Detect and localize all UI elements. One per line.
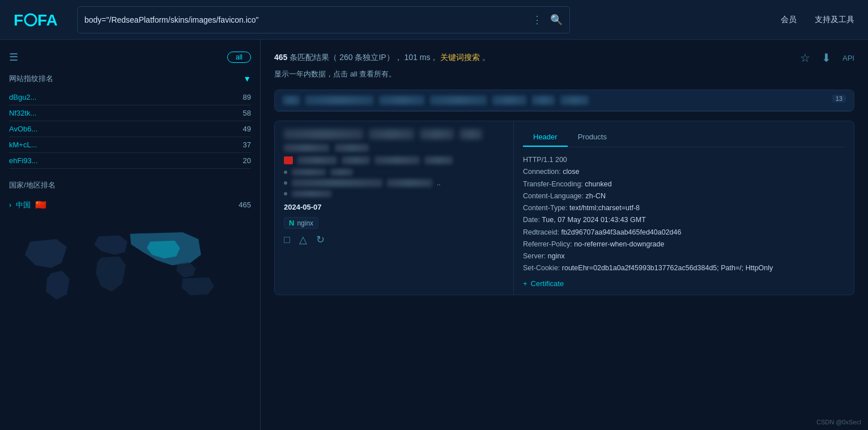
header-field: HTTP/1.1 200	[523, 154, 845, 166]
fingerprint-section-title: 网站指纹排名 ▼	[9, 74, 251, 84]
filter-icon[interactable]: ☰	[9, 51, 18, 63]
blurred-text-3	[430, 96, 487, 105]
svg-rect-3	[9, 226, 251, 310]
fingerprint-list-item[interactable]: kM+cL...37	[9, 137, 251, 153]
header-field: Referrer-Policy: no-referrer-when-downgr…	[523, 239, 845, 250]
result-card-1: 13	[274, 90, 854, 112]
country-section: 国家/地区排名 › 中国 🇨🇳 465	[9, 180, 251, 214]
tabs-row: Header Products	[523, 128, 845, 147]
nginx-tag: N nginx	[284, 217, 318, 229]
header-field: Set-Cookie: routeEhr=02db1a0a2f45993b137…	[523, 262, 845, 274]
country-count: 465	[239, 201, 251, 209]
results-header: 465 条匹配结果（ 260 条独立IP）， 101 ms， 关键词搜索 。 ☆…	[274, 51, 854, 65]
card-tags: N nginx	[284, 217, 504, 229]
refresh-icon[interactable]: ↻	[316, 233, 325, 246]
fingerprint-list-item[interactable]: ehFi93...20	[9, 153, 251, 169]
card-small-row-2	[284, 190, 504, 197]
blurred-small-1	[292, 169, 326, 176]
badge-13: 13	[832, 95, 846, 103]
result-top-bar: 13	[275, 90, 854, 111]
blurred-sub-2	[335, 144, 369, 152]
cube-icon[interactable]: △	[299, 233, 307, 246]
fingerprint-list: dBgu2...89Nf32tk...58AvOb6...49kM+cL...3…	[9, 90, 251, 169]
world-map	[9, 223, 251, 313]
all-link[interactable]: all	[350, 70, 358, 78]
header-field: Date: Tue, 07 May 2024 01:43:43 GMT	[523, 214, 845, 226]
blurred-title-3	[420, 129, 454, 139]
tab-header[interactable]: Header	[523, 128, 568, 147]
search-icon[interactable]: 🔍	[550, 14, 563, 26]
sidebar: ☰ all 网站指纹排名 ▼ dBgu2...89Nf32tk...58AvOb…	[0, 40, 261, 430]
result-card-2: .. 2024-05-07 N nginx □	[274, 121, 854, 295]
card-right: Header Products HTTP/1.1 200Connection: …	[514, 121, 854, 295]
card-flag-row	[284, 156, 504, 164]
blurred-long-1	[292, 179, 382, 187]
tools-link[interactable]: 支持及工具	[815, 15, 854, 25]
blurred-small-3	[292, 190, 331, 197]
fingerprint-list-item[interactable]: AvOb6...49	[9, 121, 251, 137]
star-icon[interactable]: ☆	[800, 51, 810, 65]
card-subtitle	[284, 144, 504, 152]
blurred-icon-1	[283, 96, 300, 105]
country-row[interactable]: › 中国 🇨🇳 465	[9, 196, 251, 214]
ellipsis: ..	[437, 179, 441, 187]
country-flag: 🇨🇳	[35, 199, 46, 210]
member-link[interactable]: 会员	[781, 15, 797, 25]
blurred-long-2	[387, 179, 432, 187]
blurred-addr-2	[342, 156, 370, 164]
fingerprint-list-item[interactable]: Nf32tk...58	[9, 105, 251, 121]
search-bar[interactable]: ⋮ 🔍	[77, 6, 570, 33]
header-field: Transfer-Encoding: chunked	[523, 178, 845, 190]
result-card-main: .. 2024-05-07 N nginx □	[275, 121, 854, 295]
small-dot-2	[284, 181, 287, 185]
download-icon[interactable]: ⬇	[822, 51, 831, 65]
blurred-addr-4	[424, 156, 453, 164]
fingerprint-list-item[interactable]: dBgu2...89	[9, 90, 251, 105]
blurred-text-4	[492, 96, 526, 105]
blurred-addr-1	[297, 156, 337, 164]
sub-info: 显示一年内数据，点击 all 查看所有。	[274, 69, 854, 79]
header-field: Content-Language: zh-CN	[523, 190, 845, 202]
content: 465 条匹配结果（ 260 条独立IP）， 101 ms， 关键词搜索 。 ☆…	[261, 40, 868, 430]
api-label[interactable]: API	[843, 54, 854, 62]
header-field: Server: nginx	[523, 250, 845, 262]
card-small-row-1	[284, 169, 504, 176]
small-dot	[284, 171, 287, 174]
filter-header: ☰ all	[9, 51, 251, 63]
svg-text:F: F	[14, 11, 23, 29]
svg-point-1	[25, 14, 36, 25]
card-left: .. 2024-05-07 N nginx □	[275, 121, 514, 295]
country-section-title: 国家/地区排名	[9, 180, 251, 190]
time-ms: 101	[405, 53, 418, 62]
blurred-small-2	[330, 169, 353, 176]
navbar: F FA ⋮ 🔍 会员 支持及工具	[0, 0, 868, 40]
header-field: Connection: close	[523, 166, 845, 178]
header-field: Redtraceid: fb2d96707aa94f3aab465fed40a0…	[523, 227, 845, 239]
certificate-link[interactable]: + Certificate	[523, 279, 845, 288]
filter-tag[interactable]: all	[227, 52, 251, 63]
keyword-search-link[interactable]: 关键词搜索	[440, 53, 480, 62]
blurred-title-1	[284, 129, 363, 139]
search-input[interactable]	[84, 15, 532, 24]
ip-count: 260	[339, 53, 352, 62]
country-name: 中国	[16, 200, 31, 210]
header-field: Content-Type: text/html;charset=utf-8	[523, 202, 845, 214]
blurred-text-6	[560, 96, 589, 105]
nginx-n-icon: N	[289, 219, 294, 227]
card-title-row	[284, 129, 504, 139]
blurred-text-5	[532, 96, 555, 105]
logo: F FA	[14, 8, 59, 31]
flag-icon	[284, 156, 293, 164]
header-details: HTTP/1.1 200Connection: closeTransfer-En…	[523, 154, 845, 275]
blurred-title-4	[459, 129, 482, 139]
blurred-sub-1	[284, 144, 329, 152]
nginx-label: nginx	[297, 219, 313, 227]
card-date: 2024-05-07	[284, 203, 504, 211]
blurred-addr-3	[375, 156, 420, 164]
tab-products[interactable]: Products	[568, 128, 617, 147]
blurred-text-2	[379, 96, 424, 105]
code-icon[interactable]: □	[284, 234, 290, 246]
funnel-icon[interactable]: ▼	[243, 74, 251, 83]
more-options-icon[interactable]: ⋮	[532, 14, 542, 26]
nav-right: 会员 支持及工具	[781, 15, 854, 25]
